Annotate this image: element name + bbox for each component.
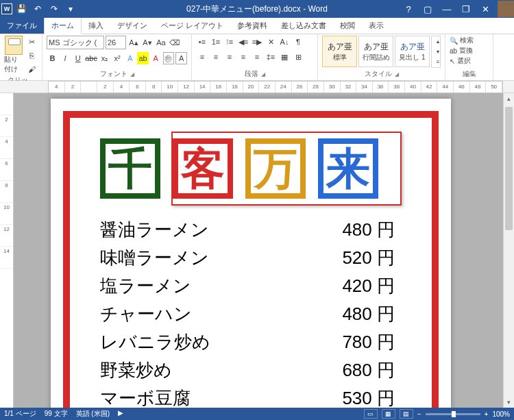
shading-button[interactable]: ▦: [278, 51, 291, 63]
tab-review[interactable]: 校閲: [333, 18, 362, 34]
title-char-1[interactable]: 千: [100, 138, 160, 199]
find-button[interactable]: 🔍検索: [450, 36, 489, 45]
styles-dialog-launcher[interactable]: ◢: [395, 71, 399, 77]
select-button[interactable]: ↖選択: [450, 56, 489, 66]
selection-box[interactable]: [171, 132, 402, 206]
borders-button[interactable]: ⊞: [292, 51, 304, 63]
sort-button[interactable]: A↓: [278, 36, 291, 48]
scroll-thumb[interactable]: [505, 107, 513, 230]
subscript-button[interactable]: x₂: [99, 52, 110, 64]
page[interactable]: 千 客 万 来 醤油ラーメン480 円味噌ラーメン520 円塩ラーメン420 円…: [51, 99, 451, 408]
qat-redo-button[interactable]: ↷: [47, 2, 62, 16]
menu-row[interactable]: チャーハン480 円: [100, 302, 395, 326]
close-button[interactable]: ✕: [476, 2, 495, 16]
language-status[interactable]: 英語 (米国): [76, 409, 110, 419]
change-case-button[interactable]: Aa: [155, 36, 167, 49]
zoom-slider[interactable]: [426, 413, 480, 415]
distributed-button[interactable]: ≡: [251, 51, 263, 63]
enclose-char-button[interactable]: ㊞: [163, 52, 175, 64]
grow-font-button[interactable]: A▴: [127, 36, 140, 49]
web-layout-button[interactable]: ▤: [400, 409, 413, 419]
styles-scroll-down[interactable]: ▾: [432, 47, 444, 57]
italic-button[interactable]: I: [60, 52, 71, 64]
ribbon-options-button[interactable]: ▢: [418, 2, 437, 16]
tab-home[interactable]: ホーム: [44, 17, 82, 34]
menu-row[interactable]: 味噌ラーメン520 円: [100, 246, 395, 270]
restore-button[interactable]: ❐: [456, 2, 476, 16]
underline-button[interactable]: U: [72, 52, 84, 64]
zoom-out-button[interactable]: −: [417, 410, 421, 418]
menu-row[interactable]: レバニラ炒め780 円: [100, 330, 395, 354]
copy-button[interactable]: ⎘: [25, 49, 38, 62]
styles-scroll-up[interactable]: ▴: [432, 36, 444, 47]
menu-item-price: 520 円: [342, 246, 395, 270]
word-count[interactable]: 99 文字: [45, 409, 68, 419]
page-count[interactable]: 1/1 ページ: [4, 409, 36, 419]
tab-view[interactable]: 表示: [362, 18, 391, 34]
highlight-button[interactable]: ab: [137, 52, 149, 64]
align-left-button[interactable]: ≡: [196, 51, 208, 63]
strikethrough-button[interactable]: abc: [85, 52, 97, 64]
tab-design[interactable]: デザイン: [110, 18, 154, 34]
superscript-button[interactable]: x²: [112, 52, 123, 64]
char-border-button[interactable]: A: [175, 52, 187, 64]
menu-list[interactable]: 醤油ラーメン480 円味噌ラーメン520 円塩ラーメン420 円チャーハン480…: [100, 218, 425, 408]
clear-format-button[interactable]: ⌫: [169, 36, 181, 49]
font-name-select[interactable]: MS ゴシック (: [47, 36, 104, 49]
font-color-button[interactable]: A: [150, 52, 162, 64]
tab-insert[interactable]: 挿入: [82, 18, 110, 34]
menu-row[interactable]: 野菜炒め680 円: [100, 358, 395, 382]
document-area[interactable]: 2468101214 千 客 万 来 醤油ラーメン480 円味噌ラーメン520 …: [0, 93, 503, 408]
tab-mailings[interactable]: 差し込み文書: [274, 18, 333, 34]
zoom-in-button[interactable]: +: [485, 410, 489, 418]
show-marks-button[interactable]: ¶: [292, 36, 304, 48]
qat-undo-button[interactable]: ↶: [30, 2, 45, 16]
menu-row[interactable]: 塩ラーメン420 円: [100, 274, 395, 298]
align-center-button[interactable]: ≡: [210, 51, 222, 63]
tab-file[interactable]: ファイル: [0, 18, 44, 34]
vertical-scrollbar[interactable]: ▴ ▾: [503, 93, 514, 408]
editing-group-label: 編集: [463, 69, 476, 79]
paragraph-dialog-launcher[interactable]: ◢: [261, 71, 265, 77]
style-heading1[interactable]: あア亜 見出し 1: [395, 36, 430, 67]
menu-row[interactable]: 醤油ラーメン480 円: [100, 218, 395, 242]
bold-button[interactable]: B: [47, 52, 58, 64]
qat-customize-button[interactable]: ▾: [63, 2, 78, 16]
increase-indent-button[interactable]: ≡▶: [251, 36, 263, 48]
style-no-spacing[interactable]: あア亜 行間詰め: [358, 36, 393, 67]
cursor-icon: ↖: [450, 58, 455, 65]
paste-button[interactable]: 貼り付け: [4, 36, 23, 74]
zoom-level[interactable]: 100%: [492, 410, 510, 418]
replace-button[interactable]: ab置換: [450, 46, 489, 55]
numbering-button[interactable]: 1≡: [210, 36, 222, 48]
vertical-ruler[interactable]: 2468101214: [0, 93, 14, 408]
macro-icon[interactable]: ▶: [118, 409, 123, 419]
text-effects-button[interactable]: A: [125, 52, 136, 64]
tab-page-layout[interactable]: ページ レイアウト: [154, 18, 230, 34]
qat-save-button[interactable]: 💾: [14, 2, 29, 16]
print-layout-button[interactable]: ▦: [382, 409, 395, 419]
help-button[interactable]: ?: [399, 2, 418, 16]
justify-button[interactable]: ≡: [237, 51, 249, 63]
scroll-up-button[interactable]: ▴: [504, 93, 514, 104]
decrease-indent-button[interactable]: ◀≡: [237, 36, 249, 48]
horizontal-ruler[interactable]: 4224681012141618202224262830323436384042…: [0, 81, 514, 93]
line-spacing-button[interactable]: ‡≡: [265, 51, 277, 63]
bullets-button[interactable]: •≡: [196, 36, 208, 48]
user-avatar[interactable]: [498, 1, 514, 17]
style-normal[interactable]: あア亜 標準: [322, 36, 357, 67]
align-right-button[interactable]: ≡: [223, 51, 236, 63]
menu-row[interactable]: マーボ豆腐530 円: [100, 386, 395, 408]
tab-references[interactable]: 参考資料: [230, 18, 274, 34]
multilevel-button[interactable]: ⁝≡: [223, 36, 236, 48]
cut-button[interactable]: ✂: [25, 36, 38, 48]
font-size-select[interactable]: 26: [106, 36, 126, 49]
styles-more-button[interactable]: ≡: [432, 57, 444, 67]
minimize-button[interactable]: —: [437, 2, 456, 16]
font-dialog-launcher[interactable]: ◢: [130, 71, 134, 77]
format-painter-button[interactable]: 🖌: [25, 63, 38, 75]
read-mode-button[interactable]: ▭: [364, 409, 378, 419]
asian-layout-button[interactable]: ✕: [265, 36, 277, 48]
shrink-font-button[interactable]: A▾: [141, 36, 154, 49]
scroll-down-button[interactable]: ▾: [504, 397, 514, 408]
